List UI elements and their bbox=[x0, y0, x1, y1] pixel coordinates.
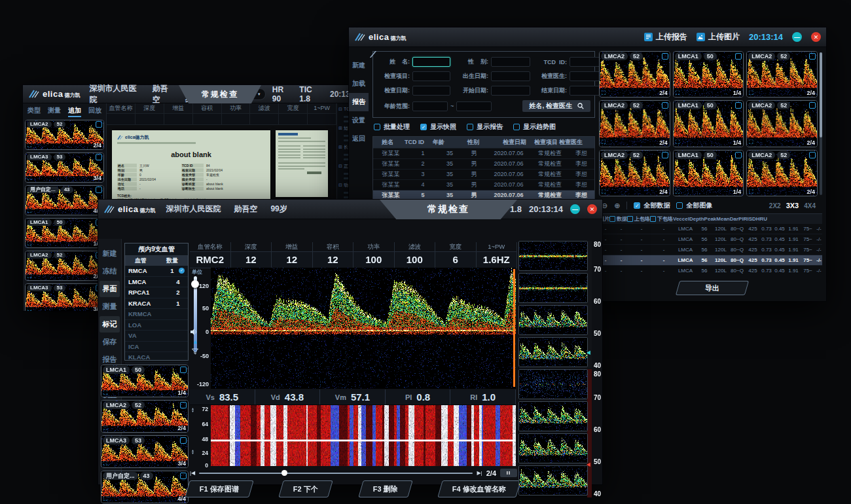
filter-icon[interactable] bbox=[192, 348, 198, 356]
grid-thumb[interactable]: LMCA150 ⛶1/4 bbox=[673, 51, 744, 98]
sidebar-item[interactable]: 新建 bbox=[349, 56, 369, 75]
param-value[interactable]: 12 bbox=[231, 252, 272, 268]
vessel-row[interactable]: LOA ✓ bbox=[125, 320, 188, 331]
sidebar-item[interactable]: 新建 bbox=[100, 245, 120, 262]
select-checkbox[interactable] bbox=[96, 154, 102, 160]
snapshot-thumb[interactable]: LMCA252 ⛶2/4 bbox=[101, 400, 189, 433]
trash-icon[interactable]: ⛶ bbox=[749, 189, 753, 195]
snapshot-tab[interactable]: 类型 bbox=[27, 106, 41, 117]
gain-slider-knob[interactable] bbox=[191, 280, 199, 288]
results-col-header[interactable]: Mean bbox=[716, 216, 729, 222]
vessel-row[interactable]: LMCA 4 ✓ bbox=[125, 277, 188, 288]
grid-thumb[interactable]: LMCA252 ⛶2/4 bbox=[599, 100, 670, 147]
results-col-header[interactable]: HR bbox=[756, 216, 764, 222]
snapshot-tab[interactable]: 追加 bbox=[68, 106, 81, 117]
results-col-header[interactable]: Veccel bbox=[673, 216, 689, 222]
results-row[interactable]: -- -- LMCA56 120L80~Q 4250.73 0.451.91 7… bbox=[599, 234, 822, 244]
select-checkbox[interactable] bbox=[809, 152, 816, 158]
filter-option[interactable]: 显示趋势图 bbox=[513, 122, 556, 132]
select-checkbox[interactable] bbox=[662, 102, 668, 109]
exam-item-input[interactable] bbox=[412, 71, 450, 81]
patient-col-header[interactable]: 性别 bbox=[450, 137, 496, 148]
report-page-2[interactable] bbox=[276, 130, 328, 197]
sidebar-item[interactable]: 标记 bbox=[100, 316, 120, 333]
select-checkbox[interactable] bbox=[735, 53, 742, 60]
exam-date-input[interactable] bbox=[412, 86, 450, 96]
filter-option[interactable]: 显示报告 bbox=[467, 122, 503, 132]
expand-icon[interactable]: ⊟ bbox=[338, 164, 342, 169]
gender-input[interactable] bbox=[491, 57, 530, 67]
all-images-filter[interactable]: 全部图像 bbox=[676, 201, 712, 210]
trash-icon[interactable]: ⛶ bbox=[602, 139, 606, 145]
exam-type-tab[interactable]: 常规检查 bbox=[380, 200, 517, 219]
patient-col-header[interactable]: 姓名 bbox=[373, 137, 402, 148]
snapshot-tab[interactable]: 回放 bbox=[88, 106, 101, 117]
age-min-input[interactable] bbox=[412, 101, 448, 111]
minimize-button[interactable]: — bbox=[570, 204, 580, 214]
sidebar-item[interactable]: 设置 bbox=[349, 111, 369, 130]
m-mode-display[interactable] bbox=[211, 405, 516, 466]
filter-checkbox[interactable] bbox=[374, 124, 380, 130]
trash-icon[interactable]: ⛶ bbox=[27, 241, 31, 247]
trash-icon[interactable]: ⛶ bbox=[602, 90, 606, 96]
results-col-header[interactable]: 数据 bbox=[609, 215, 627, 223]
snapshot-thumb[interactable]: LMCA353 ⛶3/4 bbox=[101, 435, 189, 468]
speaker-icon[interactable] bbox=[190, 326, 198, 338]
vessel-row[interactable]: ICA ✓ bbox=[125, 342, 188, 353]
results-col-header[interactable]: 上包络 bbox=[627, 215, 650, 223]
vessel-row[interactable]: VA ✓ bbox=[125, 331, 188, 342]
layout-option[interactable]: 4X4 bbox=[804, 202, 816, 209]
upload-report-button[interactable]: 上传报告 bbox=[644, 31, 687, 43]
results-col-header[interactable]: SD bbox=[749, 216, 756, 222]
patient-row[interactable]: 张某某4 35男 2020.07.06常规检查 李想 bbox=[373, 179, 594, 190]
grid-thumb[interactable]: LMCA150 ⛶1/4 bbox=[673, 100, 744, 147]
trash-icon[interactable]: ⛶ bbox=[103, 425, 107, 431]
upload-image-button[interactable]: 上传图片 bbox=[697, 31, 740, 43]
start-date-input[interactable] bbox=[491, 86, 530, 96]
pause-button[interactable]: II bbox=[500, 469, 517, 477]
all-images-checkbox[interactable] bbox=[676, 202, 683, 209]
select-checkbox[interactable] bbox=[96, 187, 102, 193]
column-checkbox[interactable] bbox=[650, 216, 656, 222]
expand-icon[interactable]: ⊟ bbox=[338, 183, 342, 188]
patient-row[interactable]: 张某某2 35男 2020.07.06常规检查 李想 bbox=[373, 158, 594, 169]
gate-strip-7[interactable] bbox=[519, 434, 587, 463]
exam-type-tab[interactable]: 常规检查 bbox=[179, 85, 261, 103]
column-checkbox[interactable] bbox=[609, 216, 615, 222]
grid-thumb[interactable]: LMCA252 ⛶2/4 bbox=[746, 150, 818, 196]
grid-thumb[interactable]: LMCA252 ⛶2/4 bbox=[746, 51, 818, 98]
results-col-header[interactable]: U bbox=[763, 216, 767, 222]
sidebar-item[interactable]: 冻结 bbox=[100, 263, 120, 279]
vessel-row[interactable]: RPCA1 2 ✓ bbox=[125, 287, 188, 298]
fkey-button[interactable]: F2 下个 bbox=[279, 480, 333, 497]
trash-icon[interactable]: ⛶ bbox=[103, 496, 107, 502]
sidebar-item[interactable]: 报告 bbox=[349, 93, 369, 111]
results-col-header[interactable]: Depth bbox=[689, 216, 704, 222]
param-value[interactable]: 12 bbox=[313, 252, 354, 268]
trash-icon[interactable]: ⛶ bbox=[27, 274, 31, 279]
patient-row[interactable]: 张某某5 35男 2020.07.06常规检查 李想 bbox=[373, 190, 594, 200]
vessel-row[interactable]: RMCA 1 ✓ bbox=[125, 266, 188, 277]
results-col-header[interactable]: PI bbox=[738, 216, 744, 222]
search-button[interactable]: 姓名, 检查医生 bbox=[522, 100, 590, 112]
expand-icon[interactable]: ⊞ bbox=[338, 126, 342, 131]
results-col-header[interactable]: 下包络 bbox=[650, 215, 673, 223]
filter-checkbox[interactable] bbox=[513, 124, 520, 130]
results-col-header[interactable]: RI bbox=[744, 216, 749, 222]
name-input[interactable] bbox=[412, 57, 450, 67]
expand-icon[interactable]: ⊞ bbox=[338, 145, 342, 150]
results-row[interactable]: -- -- LMCA56 120L80~Q 4250.73 0.451.91 7… bbox=[599, 244, 822, 255]
select-checkbox[interactable] bbox=[662, 53, 668, 60]
snapshot-thumb[interactable]: LMCA252 ⛶2/4 bbox=[25, 120, 104, 150]
age-max-input[interactable] bbox=[456, 101, 492, 111]
snapshot-thumb[interactable]: 用户自定...43 ⛶4/4 bbox=[101, 471, 189, 503]
select-checkbox[interactable] bbox=[662, 152, 668, 158]
trash-icon[interactable]: ⛶ bbox=[27, 175, 31, 181]
gate-strip-8[interactable] bbox=[519, 466, 587, 495]
gate-strip-2[interactable] bbox=[519, 274, 587, 302]
fkey-button[interactable]: F3 删除 bbox=[358, 480, 412, 497]
expand-icon[interactable]: ⊟ bbox=[338, 107, 342, 112]
grid-thumb[interactable]: LMCA252 ⛶2/4 bbox=[599, 51, 670, 98]
zoom-out-icon[interactable]: ⊖ bbox=[602, 202, 607, 210]
param-value[interactable]: 1.6HZ bbox=[477, 252, 518, 268]
